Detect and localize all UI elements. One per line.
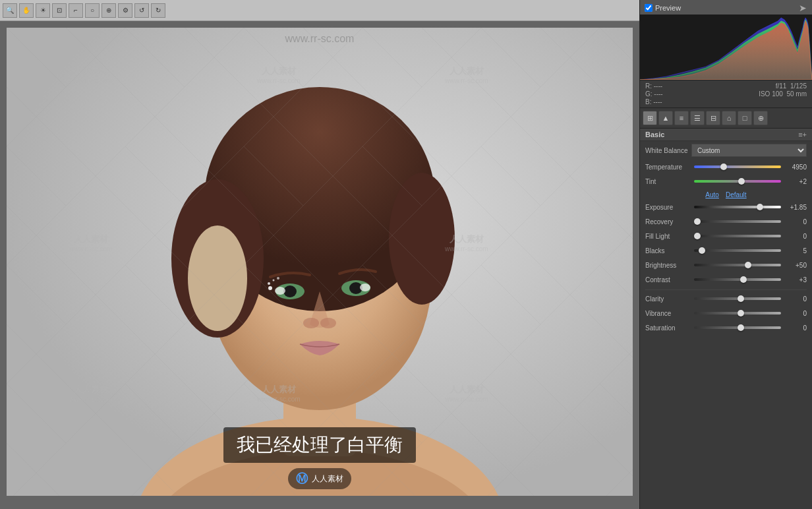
- tint-label: Tint: [645, 178, 691, 185]
- tint-slider[interactable]: [694, 177, 781, 186]
- fill-light-slider[interactable]: [694, 231, 781, 241]
- hand-tool[interactable]: ✋: [19, 3, 34, 18]
- exposure-row: Exposure +1.85: [645, 202, 807, 212]
- vibrance-slider[interactable]: [694, 309, 781, 318]
- top-toolbar: 🔍 ✋ ☀ ⊡ ⌐ ○ ⊕ ⚙ ↺ ↻: [0, 0, 639, 21]
- subtitle-text: 我已经处理了白平衡: [223, 427, 416, 463]
- panel-icon-toolbar: ⊞ ▲ ≡ ☰ ⊟ ⌂ □ ⊕: [640, 108, 812, 129]
- subtitle-content: 我已经处理了白平衡: [237, 434, 403, 455]
- clarity-value: 0: [784, 295, 807, 303]
- default-btn[interactable]: Default: [726, 191, 747, 198]
- brightness-value: +50: [784, 262, 807, 269]
- svg-point-14: [275, 287, 285, 295]
- white-balance-select[interactable]: Custom As Shot Auto Daylight Cloudy: [691, 144, 807, 157]
- panel-title: Basic: [645, 131, 664, 138]
- saturation-slider[interactable]: [694, 323, 781, 332]
- fill-light-label: Fill Light: [645, 233, 691, 240]
- adjustments-panel: White Balance Custom As Shot Auto Daylig…: [640, 141, 812, 340]
- fill-light-row: Fill Light 0: [645, 231, 807, 241]
- panel-header: Basic ≡+: [640, 129, 812, 141]
- info-b: B: ----: [645, 98, 663, 105]
- svg-point-8: [389, 173, 455, 305]
- zoom-tool[interactable]: 🔍: [3, 3, 17, 18]
- preview-label: Preview: [655, 4, 681, 12]
- canvas-area: 人人素材 www.rr-sc.com 人人素材 www.rr-sc.com 人人…: [0, 21, 639, 509]
- exposure-value: +1.85: [784, 204, 807, 211]
- clarity-row: Clarity 0: [645, 294, 807, 303]
- auto-btn[interactable]: Auto: [705, 191, 719, 198]
- recovery-slider[interactable]: [694, 217, 781, 226]
- crop-tool[interactable]: ⊡: [52, 3, 67, 18]
- info-iso-focal: ISO 100 50 mm: [759, 90, 807, 98]
- vibrance-value: 0: [784, 310, 807, 317]
- rotate-ccw-tool[interactable]: ↺: [134, 3, 149, 18]
- rotate-cw-tool[interactable]: ↻: [151, 3, 165, 18]
- contrast-value: +3: [784, 276, 807, 284]
- svg-point-21: [277, 277, 279, 280]
- info-aperture-shutter: f/11 1/125: [776, 82, 807, 90]
- blacks-slider[interactable]: [694, 246, 781, 255]
- svg-point-9: [188, 225, 247, 331]
- info-r: R: ----: [645, 82, 663, 90]
- right-panel: Preview ➤: [639, 0, 812, 509]
- redeye-tool[interactable]: ⊕: [102, 3, 116, 18]
- info-g: G: ----: [645, 90, 663, 98]
- photo-container: 人人素材 www.rr-sc.com 人人素材 www.rr-sc.com 人人…: [7, 28, 633, 496]
- info-camera: f/11 1/125 ISO 100 50 mm: [759, 82, 807, 105]
- svg-point-18: [268, 286, 272, 290]
- tone-curve-icon[interactable]: ▲: [658, 111, 673, 125]
- split-tone-icon[interactable]: ⊟: [706, 111, 720, 125]
- saturation-label: Saturation: [645, 324, 691, 332]
- preview-arrow-btn[interactable]: ➤: [799, 3, 807, 13]
- clarity-slider[interactable]: [694, 294, 781, 303]
- blacks-value: 5: [784, 247, 807, 254]
- exposure-label: Exposure: [645, 204, 691, 211]
- hsl-icon[interactable]: ☰: [690, 111, 705, 125]
- lens-icon[interactable]: ⌂: [722, 111, 736, 125]
- straighten-tool[interactable]: ⌐: [69, 3, 83, 18]
- exposure-slider[interactable]: [694, 202, 781, 212]
- temperature-slider[interactable]: [694, 162, 781, 171]
- camera-icon[interactable]: □: [738, 111, 752, 125]
- temperature-value: 4950: [784, 164, 807, 171]
- svg-point-16: [303, 318, 319, 328]
- panel-menu-icon[interactable]: ≡+: [798, 131, 807, 138]
- wb-tool[interactable]: ☀: [36, 3, 50, 18]
- saturation-row: Saturation 0: [645, 323, 807, 332]
- recovery-row: Recovery 0: [645, 217, 807, 226]
- histogram: [640, 15, 812, 80]
- fill-light-value: 0: [784, 233, 807, 240]
- svg-point-17: [320, 318, 336, 328]
- tint-row: Tint +2: [645, 177, 807, 186]
- recovery-label: Recovery: [645, 218, 691, 225]
- contrast-slider[interactable]: [694, 275, 781, 284]
- detail-icon[interactable]: ≡: [674, 111, 689, 125]
- retouch-tool[interactable]: ○: [85, 3, 100, 18]
- tint-value: +2: [784, 178, 807, 185]
- brightness-label: Brightness: [645, 262, 691, 269]
- histogram-chart: [640, 15, 812, 80]
- temperature-row: Temperature 4950: [645, 162, 807, 171]
- info-rgb: R: ---- G: ---- B: ----: [645, 82, 663, 105]
- recovery-value: 0: [784, 218, 807, 225]
- preview-checkbox[interactable]: [645, 4, 652, 12]
- auto-default-row: Auto Default: [645, 191, 807, 198]
- logo-icon: Ⓜ: [296, 471, 308, 487]
- portrait-svg: [7, 28, 633, 496]
- white-balance-row: White Balance Custom As Shot Auto Daylig…: [645, 144, 807, 157]
- blacks-row: Blacks 5: [645, 246, 807, 255]
- brightness-slider[interactable]: [694, 260, 781, 270]
- info-bar: R: ---- G: ---- B: ---- f/11 1/125 ISO 1…: [640, 80, 812, 108]
- prefs-tool[interactable]: ⚙: [118, 3, 132, 18]
- contrast-row: Contrast +3: [645, 275, 807, 284]
- svg-point-19: [268, 282, 270, 285]
- vibrance-row: Vibrance 0: [645, 309, 807, 318]
- saturation-value: 0: [784, 324, 807, 332]
- vibrance-label: Vibrance: [645, 310, 691, 317]
- svg-point-12: [283, 285, 297, 297]
- contrast-label: Contrast: [645, 276, 691, 284]
- logo-watermark: Ⓜ 人人素材: [288, 468, 351, 489]
- presets-icon[interactable]: ⊕: [753, 111, 768, 125]
- basic-icon[interactable]: ⊞: [643, 111, 657, 125]
- svg-point-20: [273, 280, 275, 282]
